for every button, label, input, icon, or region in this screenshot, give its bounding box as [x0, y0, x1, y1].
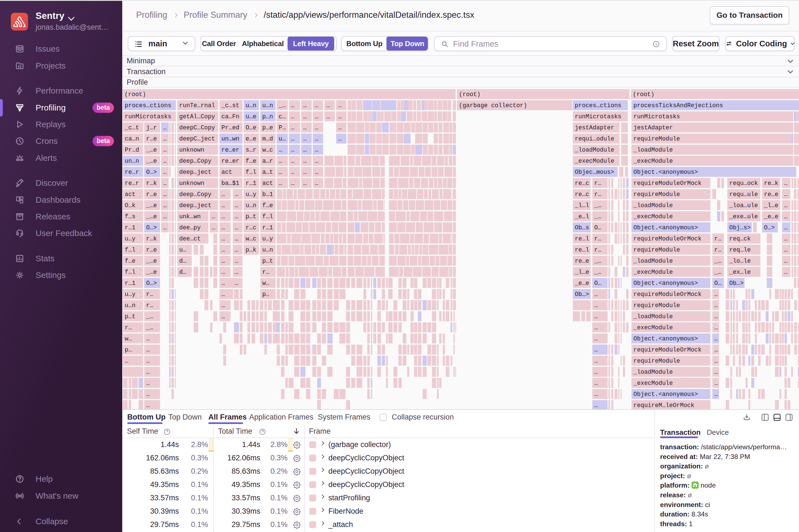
- svg-text:_…: _…: [278, 102, 286, 109]
- svg-text:jestAdapter: jestAdapter: [633, 125, 673, 131]
- svg-text:r…k: r…k: [146, 235, 157, 242]
- svg-text:_…e: _…e: [146, 202, 157, 209]
- svg-text:r…e: r…e: [146, 247, 157, 253]
- svg-text:u…n: u…n: [262, 102, 273, 109]
- svg-text:requireModule: requireModule: [633, 135, 680, 142]
- svg-text:…: …: [784, 235, 787, 242]
- svg-text:…: …: [594, 346, 598, 353]
- svg-text:requireModule: requireModule: [633, 191, 680, 198]
- svg-text:…: …: [714, 358, 718, 364]
- svg-text:f…e: f…e: [246, 158, 256, 164]
- svg-text:…: …: [303, 169, 307, 175]
- svg-text:r…1: r…1: [262, 224, 273, 231]
- svg-text:_loadModule: _loadModule: [575, 147, 614, 153]
- svg-text:a…t: a…t: [262, 169, 273, 175]
- svg-text:…: …: [338, 102, 342, 109]
- svg-text:…: …: [291, 169, 295, 175]
- svg-text:_e…e: _e…e: [764, 213, 778, 220]
- svg-text:…: …: [163, 224, 167, 231]
- svg-text:_…e: _…e: [146, 213, 157, 220]
- svg-text:act: act: [221, 169, 232, 175]
- svg-text:…: …: [146, 380, 150, 386]
- svg-text:_loa…ule: _loa…ule: [729, 202, 758, 209]
- svg-text:u…: u…: [179, 247, 186, 253]
- svg-text:…: …: [315, 169, 318, 175]
- svg-text:re…er: re…er: [221, 147, 240, 153]
- svg-text:Object.<anonymous>: Object.<anonymous>: [633, 280, 698, 287]
- svg-text:_…e: _…e: [146, 258, 157, 264]
- svg-text:…: …: [221, 313, 225, 320]
- svg-text:…: …: [594, 336, 598, 342]
- svg-text:Ob…>: Ob…>: [575, 291, 589, 298]
- svg-text:dee…ct: dee…ct: [179, 235, 201, 242]
- svg-text:_…e: _…e: [146, 269, 157, 276]
- svg-text:…: …: [315, 147, 318, 153]
- svg-text:…: …: [235, 235, 238, 242]
- svg-text:re…e: re…e: [764, 191, 778, 198]
- svg-text:…: …: [594, 380, 598, 386]
- svg-text:…: …: [235, 202, 238, 209]
- svg-text:p…: p…: [125, 346, 132, 353]
- svg-text:unknown: unknown: [179, 180, 204, 187]
- svg-text:…: …: [221, 191, 225, 198]
- svg-text:_…e: _…e: [146, 147, 157, 153]
- svg-text:r…e: r…e: [146, 135, 157, 142]
- svg-text:r…1: r…1: [125, 224, 135, 231]
- svg-text:…: …: [714, 291, 718, 298]
- svg-text:…: …: [221, 291, 225, 298]
- svg-text:_…e: _…e: [146, 158, 157, 164]
- svg-text:…: …: [221, 235, 225, 242]
- svg-text:_e…l: _e…l: [575, 213, 589, 220]
- svg-text:deepC…ject: deepC…ject: [179, 135, 215, 142]
- svg-text:…: …: [303, 135, 307, 142]
- svg-text:requireM…leOrMock: requireM…leOrMock: [633, 402, 694, 409]
- svg-text:p…e: p…e: [262, 125, 273, 131]
- svg-text:…: …: [784, 180, 787, 187]
- svg-text:…: …: [291, 125, 295, 131]
- svg-text:…: …: [279, 169, 282, 175]
- svg-text:…: …: [315, 135, 318, 142]
- svg-text:…: …: [594, 291, 598, 298]
- svg-text:…: …: [784, 224, 787, 231]
- svg-text:Ob…>: Ob…>: [729, 280, 744, 287]
- svg-text:requireModuleOrMock: requireModuleOrMock: [633, 180, 702, 187]
- svg-text:…: …: [594, 402, 598, 409]
- svg-text:deepC…Copy: deepC…Copy: [179, 125, 215, 131]
- svg-text:Object.<anonymous>: Object.<anonymous>: [633, 169, 698, 175]
- svg-text:requireModule: requireModule: [633, 302, 680, 309]
- svg-text:O…k: O…k: [125, 202, 135, 209]
- svg-text:…: …: [338, 125, 342, 131]
- svg-text:…: …: [784, 269, 787, 276]
- svg-text:proces…ctions: proces…ctions: [125, 102, 171, 109]
- svg-text:re…r: re…r: [125, 180, 139, 187]
- svg-text:unk…wn: unk…wn: [179, 213, 201, 220]
- svg-text:re…er: re…er: [221, 158, 240, 164]
- svg-text:…: …: [235, 247, 238, 253]
- svg-text:_e…e: _e…e: [575, 280, 589, 287]
- svg-text:_execModule: _execModule: [633, 269, 673, 276]
- svg-text:_loadModule: _loadModule: [633, 313, 673, 320]
- svg-text:…: …: [163, 213, 167, 220]
- svg-text:re…l: re…l: [575, 247, 589, 253]
- svg-text:f…l: f…l: [125, 269, 135, 276]
- svg-text:deep…Copy: deep…Copy: [179, 158, 211, 164]
- svg-text:deep…ject: deep…ject: [179, 169, 211, 175]
- svg-text:…: …: [594, 369, 598, 375]
- svg-text:r…1: r…1: [246, 180, 256, 187]
- svg-text:…: …: [291, 113, 295, 120]
- svg-text:…: …: [221, 302, 225, 309]
- svg-text:…: …: [146, 346, 150, 353]
- svg-text:_loadModule: _loadModule: [633, 202, 673, 209]
- svg-text:_…: _…: [594, 258, 601, 264]
- svg-text:r…: r…: [714, 235, 722, 242]
- svg-text:Objec…mous>: Objec…mous>: [575, 169, 614, 175]
- svg-text:…: …: [221, 269, 225, 276]
- svg-text:…: …: [714, 302, 718, 309]
- svg-text:…: …: [146, 336, 150, 342]
- svg-text:r…: r…: [594, 235, 601, 242]
- svg-text:re…r: re…r: [125, 169, 139, 175]
- svg-text:proces…ctions: proces…ctions: [575, 102, 621, 109]
- svg-text:p…t: p…t: [246, 213, 256, 220]
- svg-text:…: …: [221, 202, 225, 209]
- svg-text:re…c: re…c: [575, 180, 589, 187]
